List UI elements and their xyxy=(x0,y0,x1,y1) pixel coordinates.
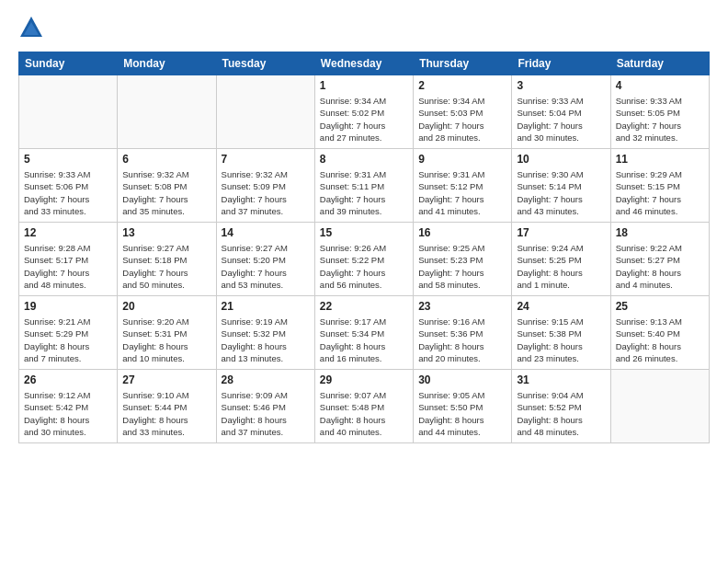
weekday-header-tuesday: Tuesday xyxy=(216,52,314,75)
day-number: 3 xyxy=(517,79,605,92)
day-info: Sunrise: 9:25 AM Sunset: 5:23 PM Dayligh… xyxy=(418,242,506,291)
day-info: Sunrise: 9:33 AM Sunset: 5:04 PM Dayligh… xyxy=(517,95,605,144)
weekday-header-saturday: Saturday xyxy=(610,52,709,75)
day-info: Sunrise: 9:30 AM Sunset: 5:14 PM Dayligh… xyxy=(517,168,605,217)
day-number: 6 xyxy=(122,153,210,166)
calendar-cell: 15Sunrise: 9:26 AM Sunset: 5:22 PM Dayli… xyxy=(314,223,413,296)
day-info: Sunrise: 9:21 AM Sunset: 5:29 PM Dayligh… xyxy=(24,316,112,364)
calendar-cell: 30Sunrise: 9:05 AM Sunset: 5:50 PM Dayli… xyxy=(414,370,512,443)
day-info: Sunrise: 9:20 AM Sunset: 5:31 PM Dayligh… xyxy=(122,316,210,364)
day-info: Sunrise: 9:16 AM Sunset: 5:36 PM Dayligh… xyxy=(418,316,506,364)
weekday-header-sunday: Sunday xyxy=(19,52,118,75)
calendar-week-row: 12Sunrise: 9:28 AM Sunset: 5:17 PM Dayli… xyxy=(19,223,710,296)
day-info: Sunrise: 9:09 AM Sunset: 5:46 PM Dayligh… xyxy=(222,389,310,438)
day-number: 28 xyxy=(222,373,310,386)
day-number: 30 xyxy=(418,373,506,386)
day-info: Sunrise: 9:05 AM Sunset: 5:50 PM Dayligh… xyxy=(418,389,506,438)
day-info: Sunrise: 9:31 AM Sunset: 5:11 PM Dayligh… xyxy=(320,168,408,217)
calendar-cell: 13Sunrise: 9:27 AM Sunset: 5:18 PM Dayli… xyxy=(118,223,216,296)
day-number: 23 xyxy=(418,300,506,313)
calendar-week-row: 1Sunrise: 9:34 AM Sunset: 5:02 PM Daylig… xyxy=(19,75,710,149)
calendar-week-row: 5Sunrise: 9:33 AM Sunset: 5:06 PM Daylig… xyxy=(19,149,710,223)
day-info: Sunrise: 9:17 AM Sunset: 5:34 PM Dayligh… xyxy=(320,316,408,364)
day-number: 18 xyxy=(616,226,704,239)
calendar-cell: 19Sunrise: 9:21 AM Sunset: 5:29 PM Dayli… xyxy=(19,296,118,370)
calendar: SundayMondayTuesdayWednesdayThursdayFrid… xyxy=(18,52,710,443)
day-info: Sunrise: 9:26 AM Sunset: 5:22 PM Dayligh… xyxy=(320,242,408,291)
day-info: Sunrise: 9:19 AM Sunset: 5:32 PM Dayligh… xyxy=(222,316,310,364)
day-number: 31 xyxy=(517,373,605,386)
day-info: Sunrise: 9:07 AM Sunset: 5:48 PM Dayligh… xyxy=(320,389,408,438)
day-info: Sunrise: 9:28 AM Sunset: 5:17 PM Dayligh… xyxy=(24,242,112,291)
day-info: Sunrise: 9:32 AM Sunset: 5:08 PM Dayligh… xyxy=(122,168,210,217)
calendar-cell: 18Sunrise: 9:22 AM Sunset: 5:27 PM Dayli… xyxy=(610,223,709,296)
day-number: 2 xyxy=(418,79,506,92)
day-number: 15 xyxy=(320,226,408,239)
weekday-header-friday: Friday xyxy=(512,52,610,75)
calendar-cell: 7Sunrise: 9:32 AM Sunset: 5:09 PM Daylig… xyxy=(216,149,314,223)
day-info: Sunrise: 9:32 AM Sunset: 5:09 PM Dayligh… xyxy=(222,168,310,217)
day-number: 17 xyxy=(517,226,605,239)
calendar-cell: 8Sunrise: 9:31 AM Sunset: 5:11 PM Daylig… xyxy=(314,149,413,223)
weekday-header-wednesday: Wednesday xyxy=(314,52,413,75)
calendar-cell: 29Sunrise: 9:07 AM Sunset: 5:48 PM Dayli… xyxy=(314,370,413,443)
calendar-cell: 4Sunrise: 9:33 AM Sunset: 5:05 PM Daylig… xyxy=(610,75,709,149)
calendar-cell: 24Sunrise: 9:15 AM Sunset: 5:38 PM Dayli… xyxy=(512,296,610,370)
day-number: 8 xyxy=(320,153,408,166)
day-info: Sunrise: 9:27 AM Sunset: 5:18 PM Dayligh… xyxy=(122,242,210,291)
day-number: 9 xyxy=(418,153,506,166)
calendar-cell: 1Sunrise: 9:34 AM Sunset: 5:02 PM Daylig… xyxy=(314,75,413,149)
day-number: 16 xyxy=(418,226,506,239)
calendar-cell: 12Sunrise: 9:28 AM Sunset: 5:17 PM Dayli… xyxy=(19,223,118,296)
calendar-cell: 27Sunrise: 9:10 AM Sunset: 5:44 PM Dayli… xyxy=(118,370,216,443)
day-info: Sunrise: 9:29 AM Sunset: 5:15 PM Dayligh… xyxy=(616,168,704,217)
calendar-week-row: 19Sunrise: 9:21 AM Sunset: 5:29 PM Dayli… xyxy=(19,296,710,370)
weekday-header-thursday: Thursday xyxy=(414,52,512,75)
weekday-header-row: SundayMondayTuesdayWednesdayThursdayFrid… xyxy=(19,52,710,75)
calendar-cell: 6Sunrise: 9:32 AM Sunset: 5:08 PM Daylig… xyxy=(118,149,216,223)
calendar-cell: 21Sunrise: 9:19 AM Sunset: 5:32 PM Dayli… xyxy=(216,296,314,370)
calendar-cell: 25Sunrise: 9:13 AM Sunset: 5:40 PM Dayli… xyxy=(610,296,709,370)
logo-icon xyxy=(18,15,44,40)
day-info: Sunrise: 9:04 AM Sunset: 5:52 PM Dayligh… xyxy=(517,389,605,438)
calendar-cell: 9Sunrise: 9:31 AM Sunset: 5:12 PM Daylig… xyxy=(414,149,512,223)
day-number: 22 xyxy=(320,300,408,313)
calendar-cell: 20Sunrise: 9:20 AM Sunset: 5:31 PM Dayli… xyxy=(118,296,216,370)
day-info: Sunrise: 9:24 AM Sunset: 5:25 PM Dayligh… xyxy=(517,242,605,291)
day-number: 27 xyxy=(122,373,210,386)
day-number: 25 xyxy=(616,300,704,313)
logo xyxy=(18,15,46,40)
header xyxy=(18,15,710,40)
calendar-cell xyxy=(216,75,314,149)
calendar-cell: 26Sunrise: 9:12 AM Sunset: 5:42 PM Dayli… xyxy=(19,370,118,443)
day-info: Sunrise: 9:33 AM Sunset: 5:06 PM Dayligh… xyxy=(24,168,112,217)
day-number: 24 xyxy=(517,300,605,313)
day-number: 7 xyxy=(222,153,310,166)
day-info: Sunrise: 9:34 AM Sunset: 5:03 PM Dayligh… xyxy=(418,95,506,144)
day-number: 1 xyxy=(320,79,408,92)
day-info: Sunrise: 9:15 AM Sunset: 5:38 PM Dayligh… xyxy=(517,316,605,364)
calendar-cell: 10Sunrise: 9:30 AM Sunset: 5:14 PM Dayli… xyxy=(512,149,610,223)
calendar-cell xyxy=(19,75,118,149)
calendar-cell: 31Sunrise: 9:04 AM Sunset: 5:52 PM Dayli… xyxy=(512,370,610,443)
day-info: Sunrise: 9:34 AM Sunset: 5:02 PM Dayligh… xyxy=(320,95,408,144)
day-number: 5 xyxy=(24,153,112,166)
calendar-cell: 16Sunrise: 9:25 AM Sunset: 5:23 PM Dayli… xyxy=(414,223,512,296)
day-info: Sunrise: 9:12 AM Sunset: 5:42 PM Dayligh… xyxy=(24,389,112,438)
day-info: Sunrise: 9:27 AM Sunset: 5:20 PM Dayligh… xyxy=(222,242,310,291)
day-number: 21 xyxy=(222,300,310,313)
calendar-cell xyxy=(118,75,216,149)
day-number: 14 xyxy=(222,226,310,239)
calendar-cell: 14Sunrise: 9:27 AM Sunset: 5:20 PM Dayli… xyxy=(216,223,314,296)
day-number: 20 xyxy=(122,300,210,313)
day-number: 26 xyxy=(24,373,112,386)
day-number: 29 xyxy=(320,373,408,386)
calendar-cell: 2Sunrise: 9:34 AM Sunset: 5:03 PM Daylig… xyxy=(414,75,512,149)
calendar-cell: 17Sunrise: 9:24 AM Sunset: 5:25 PM Dayli… xyxy=(512,223,610,296)
day-number: 11 xyxy=(616,153,704,166)
day-number: 10 xyxy=(517,153,605,166)
weekday-header-monday: Monday xyxy=(118,52,216,75)
calendar-cell xyxy=(610,370,709,443)
day-info: Sunrise: 9:22 AM Sunset: 5:27 PM Dayligh… xyxy=(616,242,704,291)
day-number: 19 xyxy=(24,300,112,313)
